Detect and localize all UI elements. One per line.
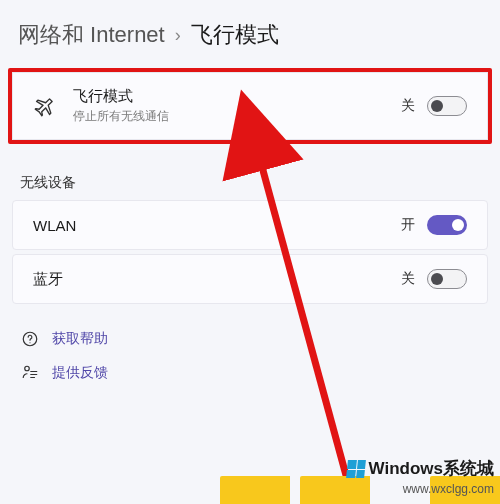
watermark-title: Windows系统城 — [369, 457, 494, 481]
wlan-state: 开 — [401, 216, 415, 234]
give-feedback-label: 提供反馈 — [52, 364, 108, 382]
bluetooth-toggle[interactable] — [427, 269, 467, 289]
breadcrumb-parent[interactable]: 网络和 Internet — [18, 20, 165, 50]
wlan-toggle[interactable] — [427, 215, 467, 235]
bluetooth-row[interactable]: 蓝牙 关 — [12, 254, 488, 304]
airplane-mode-toggle[interactable] — [427, 96, 467, 116]
get-help-link[interactable]: 获取帮助 — [20, 330, 480, 348]
breadcrumb-separator: › — [175, 25, 181, 46]
svg-point-2 — [25, 366, 30, 371]
help-links: 获取帮助 提供反馈 — [0, 304, 500, 408]
bluetooth-state: 关 — [401, 270, 415, 288]
get-help-label: 获取帮助 — [52, 330, 108, 348]
airplane-mode-title: 飞行模式 — [73, 87, 401, 106]
wlan-label: WLAN — [33, 217, 401, 234]
breadcrumb-current: 飞行模式 — [191, 20, 279, 50]
wireless-devices-header: 无线设备 — [0, 164, 500, 200]
wlan-row[interactable]: WLAN 开 — [12, 200, 488, 250]
airplane-mode-row[interactable]: 飞行模式 停止所有无线通信 关 — [12, 72, 488, 140]
watermark-url: www.wxclgg.com — [347, 481, 494, 498]
watermark: Windows系统城 www.wxclgg.com — [347, 457, 494, 498]
windows-logo-icon — [346, 460, 366, 478]
airplane-mode-subtitle: 停止所有无线通信 — [73, 108, 401, 125]
annotation-highlight: 飞行模式 停止所有无线通信 关 — [8, 68, 492, 144]
breadcrumb: 网络和 Internet › 飞行模式 — [0, 0, 500, 68]
wireless-devices-group: WLAN 开 蓝牙 关 — [12, 200, 488, 304]
airplane-mode-state: 关 — [401, 97, 415, 115]
svg-point-1 — [29, 342, 30, 343]
help-icon — [20, 330, 40, 348]
bluetooth-label: 蓝牙 — [33, 270, 401, 289]
feedback-icon — [20, 364, 40, 382]
give-feedback-link[interactable]: 提供反馈 — [20, 364, 480, 382]
airplane-icon — [33, 95, 57, 117]
